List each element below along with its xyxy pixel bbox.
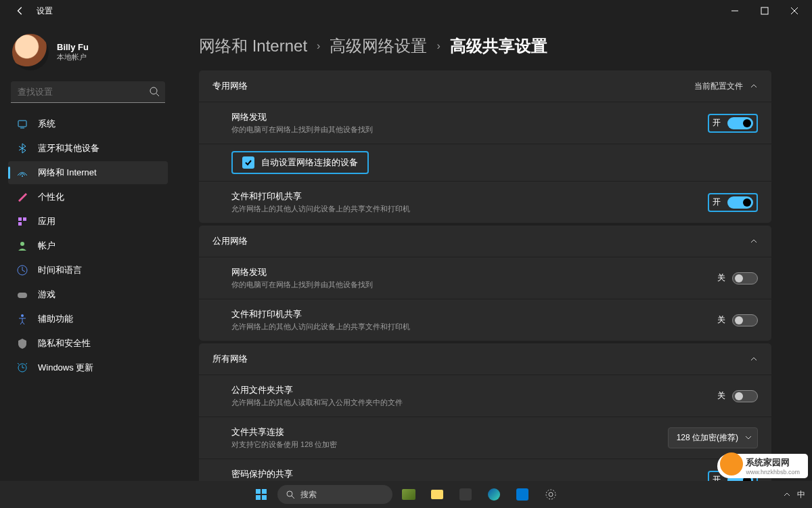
section-header-private[interactable]: 专用网络 当前配置文件	[199, 70, 771, 102]
sidebar-item-bluetooth[interactable]: 蓝牙和其他设备	[8, 137, 168, 160]
svg-line-22	[292, 496, 294, 499]
system-icon	[16, 118, 28, 130]
search-icon	[149, 86, 160, 97]
close-button[interactable]	[780, 1, 809, 20]
chevron-up-icon	[750, 237, 758, 245]
sidebar-item-label: 时间和语言	[38, 264, 82, 276]
row-file-sharing-connection: 文件共享连接 对支持它的设备使用 128 位加密 128 位加密(推荐)	[199, 417, 771, 459]
svg-point-6	[22, 175, 23, 177]
titlebar: 设置	[0, 0, 812, 22]
svg-rect-19	[256, 495, 261, 500]
toggle-public-folder-sharing[interactable]	[732, 390, 758, 402]
svg-point-10	[20, 242, 24, 246]
dropdown-encryption[interactable]: 128 位加密(推荐)	[668, 427, 758, 448]
sidebar: Billy Fu 本地帐户 系统蓝牙和其他设备网络和 Internet个性化应用…	[0, 22, 176, 481]
taskbar-search[interactable]: 搜索	[277, 485, 392, 504]
taskbar-settings[interactable]	[539, 484, 563, 505]
sidebar-item-apps[interactable]: 应用	[8, 210, 168, 233]
svg-point-13	[21, 314, 24, 317]
svg-point-21	[287, 491, 292, 496]
start-button[interactable]	[249, 484, 273, 505]
maximize-button[interactable]	[750, 1, 780, 20]
toggle-state-label: 开	[713, 117, 721, 129]
svg-rect-20	[262, 495, 267, 500]
toggle-state-label: 关	[717, 390, 725, 402]
breadcrumb-mid[interactable]: 高级网络设置	[330, 35, 427, 57]
toggle-file-printer-sharing-public[interactable]	[732, 314, 758, 326]
svg-rect-9	[18, 222, 22, 226]
breadcrumb: 网络和 Internet › 高级网络设置 › 高级共享设置	[199, 35, 771, 57]
sidebar-item-accessibility[interactable]: 辅助功能	[8, 308, 168, 331]
avatar	[12, 34, 49, 70]
user-profile[interactable]: Billy Fu 本地帐户	[8, 28, 168, 81]
sidebar-item-time_language[interactable]: 时间和语言	[8, 259, 168, 282]
user-name: Billy Fu	[57, 42, 89, 52]
svg-point-24	[546, 490, 556, 499]
taskbar-app-1[interactable]	[397, 484, 421, 505]
gaming-icon	[16, 289, 28, 301]
back-button[interactable]	[12, 3, 28, 19]
sidebar-item-system[interactable]: 系统	[8, 112, 168, 135]
toggle-file-printer-sharing-private[interactable]	[727, 196, 753, 209]
svg-rect-1	[761, 7, 768, 14]
toggle-network-discovery-public[interactable]	[732, 272, 758, 284]
taskbar-edge[interactable]	[482, 484, 506, 505]
row-private-network-discovery: 网络发现 你的电脑可在网络上找到并由其他设备找到 开	[199, 102, 771, 144]
search-container	[11, 81, 165, 103]
sidebar-item-label: 隐私和安全性	[38, 337, 91, 350]
chevron-right-icon: ›	[317, 40, 320, 52]
row-public-network-discovery: 网络发现 你的电脑可在网络上找到并由其他设备找到 关	[199, 257, 771, 299]
section-header-all[interactable]: 所有网络	[199, 343, 771, 375]
sidebar-item-label: 游戏	[38, 289, 55, 301]
account-type: 本地帐户	[57, 52, 89, 62]
toggle-state-label: 开	[713, 474, 721, 481]
sidebar-item-label: 系统	[38, 118, 55, 130]
taskbar-store[interactable]	[510, 484, 535, 505]
search-input[interactable]	[11, 81, 165, 103]
taskbar: 搜索 中	[0, 481, 812, 508]
ime-indicator[interactable]: 中	[797, 489, 805, 501]
sidebar-item-windows_update[interactable]: Windows 更新	[8, 356, 168, 379]
windows_update-icon	[16, 362, 28, 374]
chevron-up-icon	[750, 355, 758, 363]
breadcrumb-current: 高级共享设置	[450, 35, 547, 57]
sidebar-item-accounts[interactable]: 帐户	[8, 234, 168, 257]
taskbar-explorer[interactable]	[425, 484, 449, 505]
breadcrumb-root[interactable]: 网络和 Internet	[199, 35, 307, 57]
tray-chevron-icon[interactable]	[784, 491, 790, 498]
row-password-protected-sharing: 密码保护的共享 只有在此电脑上拥有用户帐户和密码的人员才能访问共享文件、打印机和…	[199, 459, 771, 481]
main-content: 网络和 Internet › 高级网络设置 › 高级共享设置 专用网络 当前配置…	[176, 22, 812, 481]
sidebar-item-personalization[interactable]: 个性化	[8, 186, 168, 209]
svg-line-3	[156, 93, 159, 96]
section-public-network: 公用网络 网络发现 你的电脑可在网络上找到并由其他设备找到 关 文件和打印机共享…	[199, 226, 771, 341]
chevron-right-icon: ›	[436, 40, 440, 52]
privacy-icon	[16, 337, 28, 350]
toggle-state-label: 开	[713, 196, 721, 208]
chevron-up-icon	[750, 82, 758, 90]
gear-icon	[545, 488, 557, 501]
sidebar-item-label: 网络和 Internet	[38, 167, 97, 179]
watermark: 系统家园网 www.hnzkhbsb.com	[717, 454, 808, 478]
svg-rect-12	[18, 293, 27, 298]
row-public-folder-sharing: 公用文件夹共享 允许网络上的其他人读取和写入公用文件夹中的文件 关	[199, 375, 771, 417]
sidebar-item-label: 蓝牙和其他设备	[38, 142, 99, 154]
sidebar-item-privacy[interactable]: 隐私和安全性	[8, 332, 168, 355]
sidebar-item-gaming[interactable]: 游戏	[8, 283, 168, 306]
minimize-button[interactable]	[720, 1, 750, 20]
personalization-icon	[16, 191, 28, 203]
checkbox-auto-setup[interactable]	[242, 156, 254, 169]
apps-icon	[16, 215, 28, 228]
bluetooth-icon	[16, 142, 28, 154]
section-header-public[interactable]: 公用网络	[199, 226, 771, 257]
section-private-network: 专用网络 当前配置文件 网络发现 你的电脑可在网络上找到并由其他设备找到 开 自…	[199, 70, 771, 223]
section-all-networks: 所有网络 公用文件夹共享 允许网络上的其他人读取和写入公用文件夹中的文件 关 文…	[199, 343, 771, 481]
svg-rect-7	[18, 217, 22, 221]
sidebar-item-network[interactable]: 网络和 Internet	[8, 161, 168, 184]
sidebar-item-label: 帐户	[38, 240, 55, 252]
svg-rect-4	[18, 121, 26, 127]
accessibility-icon	[16, 313, 28, 325]
toggle-network-discovery-private[interactable]	[727, 117, 753, 129]
taskbar-app-2[interactable]	[453, 484, 478, 505]
checkbox-label: 自动设置网络连接的设备	[261, 156, 358, 169]
toggle-state-label: 关	[717, 272, 725, 284]
